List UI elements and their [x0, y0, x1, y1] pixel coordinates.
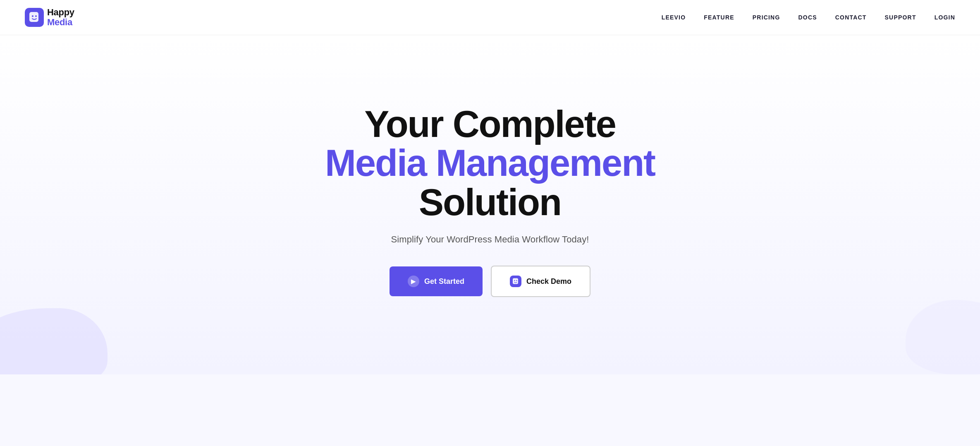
- svg-point-2: [35, 15, 37, 17]
- logo-svg: [29, 12, 40, 23]
- logo-media: Media: [47, 17, 74, 27]
- nav-contact[interactable]: CONTACT: [835, 14, 867, 21]
- svg-point-4: [514, 280, 515, 281]
- blob-decoration-right: [906, 300, 980, 374]
- logo[interactable]: Happy Media: [25, 7, 74, 27]
- hero-content: Your Complete Media Management Solution …: [283, 105, 697, 297]
- nav-pricing[interactable]: PRICING: [753, 14, 780, 21]
- logo-text: Happy Media: [47, 7, 74, 27]
- get-started-label: Get Started: [424, 277, 464, 286]
- nav-login[interactable]: LOGIN: [935, 14, 955, 21]
- logo-happy: Happy: [47, 7, 74, 17]
- hero-buttons: ▶ Get Started Check Demo: [283, 266, 697, 297]
- hero-section: Your Complete Media Management Solution …: [0, 35, 980, 374]
- check-demo-icon: [510, 276, 521, 287]
- check-demo-label: Check Demo: [526, 277, 571, 286]
- hero-title-highlight: Media Management: [325, 142, 655, 184]
- blob-decoration-left: [0, 308, 108, 374]
- nav-docs[interactable]: DOCS: [798, 14, 817, 21]
- check-demo-button[interactable]: Check Demo: [491, 266, 590, 297]
- hero-title: Your Complete Media Management Solution: [283, 105, 697, 222]
- hero-title-line1: Your Complete: [283, 105, 697, 144]
- svg-point-5: [516, 280, 517, 281]
- get-started-icon: ▶: [408, 276, 419, 287]
- hero-subtitle: Simplify Your WordPress Media Workflow T…: [283, 234, 697, 245]
- nav-support[interactable]: SUPPORT: [885, 14, 916, 21]
- site-header: Happy Media LEEVIO FEATURE PRICING DOCS …: [0, 0, 980, 35]
- nav-feature[interactable]: FEATURE: [704, 14, 734, 21]
- svg-rect-0: [29, 12, 38, 22]
- nav-leevio[interactable]: LEEVIO: [662, 14, 686, 21]
- hero-title-line2: Media Management Solution: [283, 144, 697, 222]
- hero-title-rest: Solution: [419, 182, 561, 223]
- logo-icon: [25, 8, 44, 27]
- svg-rect-3: [513, 278, 518, 284]
- svg-point-1: [32, 15, 33, 17]
- get-started-button[interactable]: ▶ Get Started: [390, 266, 483, 296]
- main-nav: LEEVIO FEATURE PRICING DOCS CONTACT SUPP…: [662, 14, 955, 21]
